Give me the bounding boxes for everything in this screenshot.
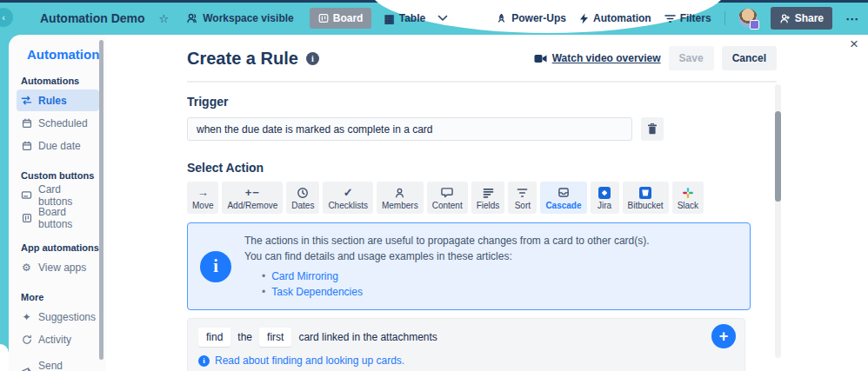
- view-switcher-chevron[interactable]: [437, 15, 448, 22]
- bitbucket-icon: [639, 187, 651, 199]
- automation-sidebar: Automation Automations Rules Scheduled D…: [9, 35, 106, 371]
- view-board-button[interactable]: Board: [310, 8, 372, 29]
- share-button[interactable]: Share: [771, 7, 832, 30]
- watch-video-link[interactable]: Watch video overview: [534, 52, 661, 64]
- tab-bitbucket[interactable]: Bitbucket: [623, 182, 669, 214]
- lightning-bolt-icon: [579, 13, 589, 24]
- tab-checklists[interactable]: ✓ Checklists: [323, 182, 373, 214]
- sentence-text: card linked in the attachments: [298, 331, 437, 343]
- calendar-icon: [22, 141, 32, 151]
- megaphone-icon: [21, 367, 32, 371]
- scrollbar-thumb[interactable]: [99, 40, 103, 360]
- fields-lines-icon: [483, 188, 494, 198]
- share-person-icon: [779, 13, 791, 24]
- tab-add-remove[interactable]: +− Add/Remove: [222, 182, 283, 214]
- board-title: Automation Demo: [40, 11, 145, 25]
- create-rule-panel: Create a Rule i Watch video overview Sav…: [187, 35, 777, 371]
- action-category-tabs: → Move +− Add/Remove Dates ✓ Checklists …: [187, 182, 777, 214]
- tab-members[interactable]: Members: [377, 182, 424, 214]
- tab-content[interactable]: Content: [427, 182, 468, 214]
- read-about-link[interactable]: i Read about finding and looking up card…: [198, 354, 734, 367]
- tab-dates[interactable]: Dates: [286, 182, 319, 214]
- sidebar-section-header: Custom buttons: [21, 170, 99, 181]
- sidebar-item-card-buttons[interactable]: Card buttons: [17, 184, 99, 206]
- automation-button[interactable]: Automation: [579, 12, 651, 24]
- info-icon: i: [200, 251, 231, 282]
- sidebar-scrollbar[interactable]: [99, 40, 103, 363]
- calendar-icon: [22, 118, 32, 129]
- sidebar-section-header: Automations: [21, 76, 99, 86]
- select-action-heading: Select Action: [187, 161, 777, 175]
- main-scrollbar[interactable]: [775, 84, 781, 358]
- sidebar-item-due-date[interactable]: Due date: [17, 135, 99, 156]
- speech-bubble-icon: [441, 187, 453, 198]
- scrollbar-thumb[interactable]: [775, 111, 781, 202]
- checkmark-icon: ✓: [344, 186, 353, 199]
- tab-jira[interactable]: Jira: [591, 182, 619, 214]
- tab-move[interactable]: → Move: [187, 182, 218, 214]
- sidebar-item-label: Suggestions: [38, 311, 96, 323]
- plus-minus-icon: +−: [245, 186, 260, 199]
- sidebar-item-label: Activity: [38, 334, 71, 346]
- page-title: Create a Rule: [187, 49, 298, 69]
- sidebar-item-label: Due date: [38, 140, 81, 152]
- info-icon[interactable]: i: [306, 52, 319, 65]
- chevron-down-icon: [437, 15, 448, 22]
- sidebar-item-view-apps[interactable]: ⚙ View apps: [17, 256, 99, 278]
- tab-sort[interactable]: Sort: [508, 182, 537, 214]
- gear-icon: ⚙: [21, 262, 32, 273]
- sidebar-item-label: Send feedback: [38, 360, 95, 371]
- arrow-right-icon: →: [197, 186, 209, 199]
- power-ups-button[interactable]: Power-Ups: [496, 12, 566, 24]
- sidebar-section-header: More: [21, 292, 99, 302]
- sidebar-item-board-buttons[interactable]: Board buttons: [17, 207, 99, 229]
- cascade-inbox-icon: [558, 187, 570, 198]
- board-top-bar: ‹ Automation Demo ☆ Workspace visible Bo…: [0, 0, 868, 35]
- teal-backdrop-strip: [0, 35, 9, 358]
- sidebar-item-send-feedback[interactable]: Send feedback: [17, 361, 99, 371]
- sidebar-item-activity[interactable]: Activity: [17, 328, 99, 350]
- sidebar-item-scheduled[interactable]: Scheduled: [17, 112, 99, 134]
- tab-cascade[interactable]: Cascade: [540, 182, 586, 214]
- sort-funnel-icon: [517, 188, 528, 198]
- sidebar-item-suggestions[interactable]: ✦ Suggestions: [17, 306, 99, 328]
- action-row-find-linked-card: find the first card linked in the attach…: [187, 318, 745, 371]
- sidebar-item-label: Board buttons: [38, 206, 95, 230]
- star-icon[interactable]: ☆: [159, 13, 170, 24]
- tab-fields[interactable]: Fields: [471, 182, 505, 214]
- close-icon[interactable]: ×: [850, 36, 858, 51]
- table-view-icon: ▦: [384, 13, 394, 24]
- video-camera-icon: [534, 54, 547, 63]
- filters-button[interactable]: Filters: [664, 12, 711, 24]
- sidebar-item-label: Scheduled: [38, 117, 88, 129]
- more-menu-button[interactable]: ⋯: [845, 12, 859, 25]
- add-action-button[interactable]: +: [711, 324, 736, 348]
- action-sentence: find the first card linked in the attach…: [198, 326, 734, 348]
- info-line-2: You can find details and usage examples …: [244, 248, 650, 264]
- find-dropdown-chip[interactable]: find: [198, 328, 230, 347]
- person-icon: [394, 187, 405, 199]
- sync-icon: [22, 335, 32, 345]
- workspace-visibility-button[interactable]: Workspace visible: [186, 12, 294, 24]
- info-line-1: The actions in this section are useful t…: [244, 233, 650, 248]
- sidebar-item-rules[interactable]: Rules: [17, 89, 99, 111]
- first-dropdown-chip[interactable]: first: [259, 328, 291, 347]
- back-button[interactable]: ‹: [0, 8, 13, 27]
- view-table-button[interactable]: ▦ Table: [384, 12, 425, 24]
- task-dependencies-link[interactable]: Task Dependencies: [271, 284, 363, 300]
- cancel-button[interactable]: Cancel: [722, 46, 777, 70]
- tab-slack[interactable]: Slack: [672, 182, 704, 214]
- people-icon: [186, 12, 198, 24]
- divider: [724, 11, 725, 25]
- trash-icon: [647, 123, 658, 135]
- card-mirroring-link[interactable]: Card Mirroring: [271, 268, 338, 284]
- sidebar-item-label: View apps: [38, 262, 86, 274]
- save-button[interactable]: Save: [669, 46, 714, 70]
- sidebar-item-label: Rules: [38, 95, 67, 107]
- board-view-icon: [318, 13, 329, 23]
- delete-trigger-button[interactable]: [641, 117, 664, 141]
- jira-icon: [598, 187, 611, 199]
- trigger-text-input[interactable]: [187, 117, 632, 141]
- avatar[interactable]: [738, 9, 758, 28]
- app-root: { "colors": { "teal": "#58C9D6", "navy":…: [0, 0, 868, 371]
